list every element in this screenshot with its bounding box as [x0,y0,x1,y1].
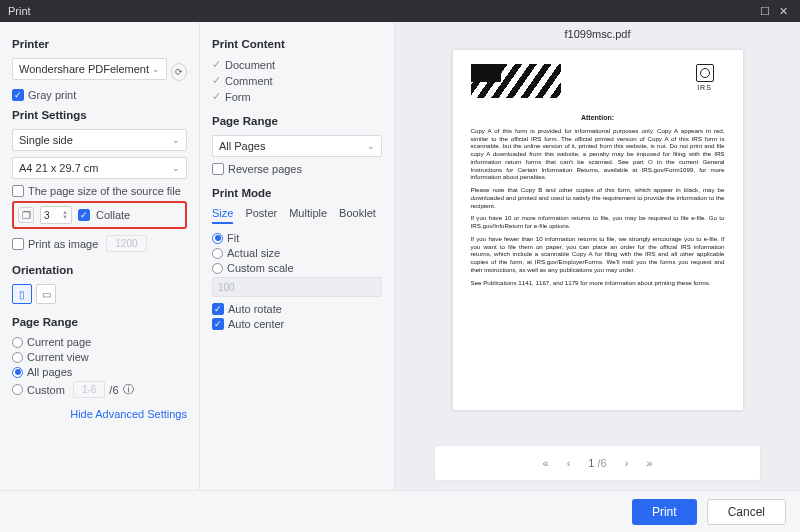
source-size-checkbox[interactable] [12,185,24,197]
actual-size-radio[interactable] [212,248,223,259]
current-view-label: Current view [27,351,89,363]
collate-checkbox[interactable] [78,209,90,221]
check-icon: ✓ [212,74,221,87]
hide-advanced-link[interactable]: Hide Advanced Settings [12,408,187,420]
chevron-down-icon: ⌄ [172,163,180,173]
check-icon: ✓ [212,58,221,71]
preview-para-4: If you have fewer than 10 information re… [471,235,725,274]
window-maximize-icon[interactable]: ☐ [756,5,774,18]
window-close-icon[interactable]: ✕ [774,5,792,18]
current-page-radio[interactable] [12,337,23,348]
print-mode-heading: Print Mode [212,187,382,199]
flag-graphic [471,64,561,98]
spinner-icon[interactable]: ▲▼ [62,210,68,220]
tab-size[interactable]: Size [212,207,233,224]
preview-para-3: If you have 10 or more information retur… [471,214,725,230]
copies-value: 3 [44,210,50,221]
auto-center-checkbox[interactable] [212,318,224,330]
printer-selected: Wondershare PDFelement [19,63,149,75]
custom-range-radio[interactable] [12,384,23,395]
print-content-heading: Print Content [212,38,382,50]
middle-panel: Print Content ✓Document ✓Comment ✓Form P… [200,22,395,490]
tab-booklet[interactable]: Booklet [339,207,376,224]
fit-radio[interactable] [212,233,223,244]
orientation-landscape-button[interactable]: ▭ [36,284,56,304]
sides-select[interactable]: Single side ⌄ [12,129,187,151]
copies-icon: ❐ [18,207,34,223]
irs-block: IRS [685,64,725,93]
footer: Print Cancel [0,490,800,532]
page-range-value: All Pages [219,140,265,152]
orientation-heading: Orientation [12,264,187,276]
print-settings-heading: Print Settings [12,109,187,121]
chevron-down-icon: ⌄ [367,141,375,151]
chevron-down-icon: ⌄ [152,64,160,74]
left-panel: Printer Wondershare PDFelement ⌄ ⟳ Gray … [0,22,200,490]
custom-range-input[interactable]: 1-6 [73,381,105,398]
content-comment: Comment [225,75,273,87]
current-page-label: Current page [27,336,91,348]
preview-para-5: See Publications 1141, 1167, and 1179 fo… [471,279,725,287]
paper-select[interactable]: A4 21 x 29.7 cm ⌄ [12,157,187,179]
auto-rotate-checkbox[interactable] [212,303,224,315]
custom-range-label: Custom [27,384,65,396]
preview-para-2: Please note that Copy B and other copies… [471,186,725,209]
custom-scale-radio[interactable] [212,263,223,274]
gray-print-checkbox[interactable] [12,89,24,101]
fit-label: Fit [227,232,239,244]
custom-scale-label: Custom scale [227,262,294,274]
printer-heading: Printer [12,38,187,50]
irs-label: IRS [685,84,725,93]
sides-value: Single side [19,134,73,146]
page-range-heading: Page Range [12,316,187,328]
current-view-radio[interactable] [12,352,23,363]
page-range-mid-heading: Page Range [212,115,382,127]
preview-para-1: Copy A of this form is provided for info… [471,127,725,181]
attention-heading: Attention: [471,114,725,123]
chevron-down-icon: ⌄ [172,135,180,145]
paper-value: A4 21 x 29.7 cm [19,162,99,174]
cancel-button[interactable]: Cancel [707,499,786,525]
preview-filename: f1099msc.pdf [395,22,800,44]
print-as-image-dpi: 1200 [106,235,146,252]
mode-tabs: Size Poster Multiple Booklet [212,207,382,224]
custom-scale-input[interactable]: 100 [212,277,382,297]
actual-size-label: Actual size [227,247,280,259]
window-title: Print [8,5,31,17]
pager: « ‹ 1 /6 › » [435,446,760,480]
reverse-pages-checkbox[interactable] [212,163,224,175]
page-range-select[interactable]: All Pages ⌄ [212,135,382,157]
copies-highlight: ❐ 3 ▲▼ Collate [12,201,187,229]
auto-center-label: Auto center [228,318,284,330]
preview-page: IRS Attention: Copy A of this form is pr… [453,50,743,410]
preview-panel: f1099msc.pdf IRS Attention: Copy A of th… [395,22,800,490]
auto-rotate-label: Auto rotate [228,303,282,315]
print-as-image-checkbox[interactable] [12,238,24,250]
check-icon: ✓ [212,90,221,103]
content-form: Form [225,91,251,103]
content-document: Document [225,59,275,71]
titlebar: Print ☐ ✕ [0,0,800,22]
print-as-image-label: Print as image [28,238,98,250]
custom-range-total: /6 [109,384,118,396]
pager-first-button[interactable]: « [543,457,549,469]
tab-multiple[interactable]: Multiple [289,207,327,224]
orientation-portrait-button[interactable]: ▯ [12,284,32,304]
printer-select[interactable]: Wondershare PDFelement ⌄ [12,58,167,80]
irs-logo-icon [696,64,714,82]
info-icon[interactable]: ⓘ [123,382,134,397]
pager-next-button[interactable]: › [625,457,629,469]
gray-print-label: Gray print [28,89,76,101]
pager-last-button[interactable]: » [646,457,652,469]
printer-properties-button[interactable]: ⟳ [171,63,187,81]
pager-prev-button[interactable]: ‹ [567,457,571,469]
print-button[interactable]: Print [632,499,697,525]
copies-input[interactable]: 3 ▲▼ [40,206,72,224]
collate-label: Collate [96,209,130,221]
reverse-pages-label: Reverse pages [228,163,302,175]
all-pages-radio[interactable] [12,367,23,378]
source-size-label: The page size of the source file [28,185,181,197]
all-pages-label: All pages [27,366,72,378]
tab-poster[interactable]: Poster [245,207,277,224]
pager-current: 1 /6 [588,457,606,469]
